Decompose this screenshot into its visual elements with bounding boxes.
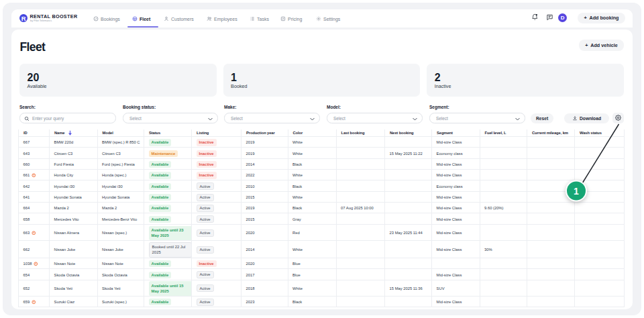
svg-text:1: 1: [574, 186, 579, 197]
